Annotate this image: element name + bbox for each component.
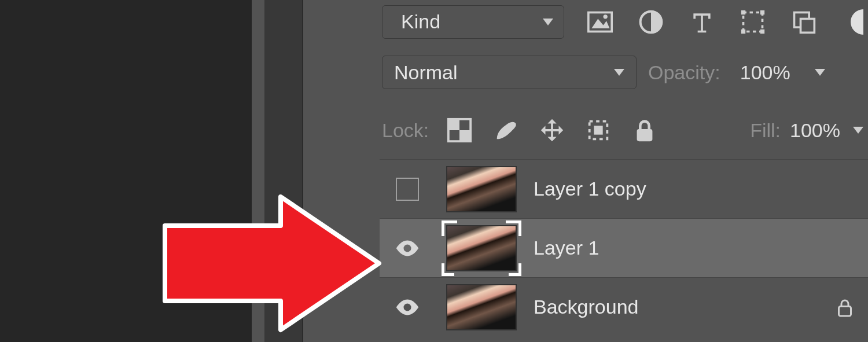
svg-rect-7 bbox=[741, 10, 745, 14]
chevron-down-icon bbox=[543, 19, 553, 25]
fill-label: Fill: bbox=[750, 119, 781, 142]
layers-panel: Kind Normal Opacity: bbox=[380, 0, 868, 342]
svg-rect-17 bbox=[594, 126, 603, 134]
layer-row[interactable]: Layer 1 bbox=[380, 218, 868, 277]
svg-rect-18 bbox=[637, 129, 653, 141]
filter-type-icons bbox=[575, 9, 840, 35]
lock-position-icon[interactable] bbox=[539, 117, 565, 144]
svg-point-4 bbox=[604, 14, 608, 19]
panel-gutter bbox=[264, 0, 302, 342]
lock-label: Lock: bbox=[382, 119, 429, 142]
layer-thumbnail[interactable] bbox=[435, 166, 528, 212]
filter-smartobject-icon[interactable] bbox=[791, 9, 816, 35]
canvas-area bbox=[0, 0, 252, 342]
svg-rect-15 bbox=[459, 130, 470, 141]
svg-rect-21 bbox=[839, 306, 851, 316]
svg-point-20 bbox=[403, 303, 411, 311]
visibility-toggle[interactable] bbox=[380, 178, 435, 201]
eye-icon bbox=[394, 294, 421, 321]
visibility-toggle[interactable] bbox=[380, 235, 435, 262]
chevron-down-icon[interactable] bbox=[815, 69, 825, 76]
opacity-label: Opacity: bbox=[648, 61, 720, 84]
filter-shape-icon[interactable] bbox=[740, 9, 766, 35]
svg-rect-12 bbox=[801, 19, 815, 32]
blend-mode-dropdown[interactable]: Normal bbox=[382, 56, 637, 89]
layer-filter-row: Kind bbox=[380, 0, 868, 43]
lock-icon bbox=[834, 297, 855, 318]
filter-image-icon[interactable] bbox=[587, 9, 613, 35]
layer-thumbnail[interactable] bbox=[435, 284, 528, 330]
blend-mode-label: Normal bbox=[394, 61, 614, 84]
visibility-toggle[interactable] bbox=[380, 294, 435, 321]
filter-type-icon[interactable] bbox=[689, 9, 715, 35]
lock-all-icon[interactable] bbox=[631, 117, 658, 144]
lock-paint-icon[interactable] bbox=[492, 117, 519, 144]
lock-transparency-icon[interactable] bbox=[446, 117, 473, 144]
layer-name[interactable]: Layer 1 copy bbox=[528, 178, 822, 200]
filter-kind-dropdown[interactable]: Kind bbox=[382, 5, 564, 39]
layer-thumbnail[interactable] bbox=[435, 225, 528, 271]
svg-rect-8 bbox=[760, 10, 764, 14]
svg-rect-14 bbox=[448, 119, 459, 130]
layers-list: Layer 1 copy Layer 1 Background bbox=[380, 159, 868, 342]
svg-rect-9 bbox=[741, 29, 745, 33]
chevron-down-icon[interactable] bbox=[853, 127, 863, 134]
layer-row[interactable]: Background bbox=[380, 277, 868, 336]
svg-point-19 bbox=[403, 244, 411, 252]
layer-lock-indicator bbox=[822, 297, 868, 318]
filter-adjustment-icon[interactable] bbox=[638, 9, 664, 35]
visibility-off-icon bbox=[396, 178, 419, 201]
layer-name[interactable]: Background bbox=[528, 296, 822, 318]
layer-name[interactable]: Layer 1 bbox=[528, 237, 822, 259]
chevron-down-icon bbox=[614, 69, 624, 76]
filter-kind-label: Kind bbox=[401, 10, 535, 33]
filter-toggle-switch[interactable] bbox=[851, 9, 863, 35]
panel-divider bbox=[252, 0, 264, 342]
fill-value[interactable]: 100% bbox=[790, 119, 840, 142]
lock-icons bbox=[446, 117, 658, 144]
svg-marker-3 bbox=[591, 19, 609, 28]
opacity-value[interactable]: 100% bbox=[740, 61, 790, 84]
svg-rect-6 bbox=[744, 12, 763, 31]
lock-artboard-icon[interactable] bbox=[585, 117, 612, 144]
panel-left-margin bbox=[303, 0, 380, 342]
eye-icon bbox=[394, 235, 421, 262]
svg-rect-10 bbox=[760, 29, 764, 33]
lock-row: Lock: Fill: 100% bbox=[380, 101, 868, 159]
blend-opacity-row: Normal Opacity: 100% bbox=[380, 43, 868, 101]
layer-row[interactable]: Layer 1 copy bbox=[380, 159, 868, 218]
